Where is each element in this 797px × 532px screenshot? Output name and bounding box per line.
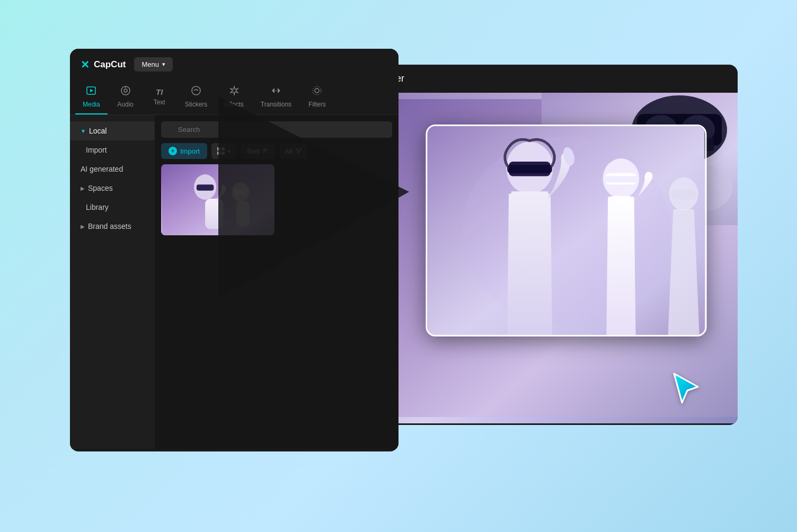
svg-rect-23	[234, 190, 247, 194]
import-label: Import	[180, 147, 200, 155]
sidebar-item-import[interactable]: Import	[70, 140, 155, 159]
effects-tab-label: Effects	[224, 101, 243, 108]
sidebar-item-library[interactable]: Library	[70, 198, 155, 217]
tab-text[interactable]: TI Text	[144, 82, 175, 112]
logo-area: ✕ CapCut	[81, 58, 126, 71]
svg-point-7	[315, 88, 319, 93]
tab-stickers[interactable]: Stickers	[178, 80, 215, 114]
sidebar-item-local[interactable]: ▼ Local	[70, 121, 155, 140]
fg-vr-people-image	[426, 125, 707, 336]
cursor-arrow	[669, 368, 706, 407]
import-plus-icon: +	[169, 147, 177, 155]
player-panel: Player	[367, 65, 738, 425]
player-title: Player	[367, 65, 738, 93]
media-toolbar: + Import ▾ Sort	[161, 143, 392, 159]
svg-rect-13	[217, 152, 220, 155]
sort-label: Sort	[247, 147, 260, 155]
svg-point-5	[192, 86, 200, 95]
sidebar-import-label: Import	[86, 146, 107, 154]
audio-tab-label: Audio	[117, 101, 134, 108]
text-tab-label: Text	[154, 99, 165, 106]
tab-effects[interactable]: Effects	[217, 80, 251, 114]
svg-rect-21	[205, 199, 223, 229]
editor-body: ▼ Local Import AI generated ▶ Spaces Lib…	[70, 115, 398, 449]
tab-media[interactable]: Media	[75, 80, 108, 114]
vr-thumbnail-image	[161, 164, 274, 235]
svg-marker-46	[674, 374, 698, 403]
svg-rect-39	[507, 165, 552, 173]
import-button[interactable]: + Import	[161, 143, 207, 159]
sidebar-item-ai[interactable]: AI generated	[70, 159, 155, 179]
sidebar: ▼ Local Import AI generated ▶ Spaces Lib…	[70, 115, 155, 449]
search-wrapper	[161, 121, 392, 138]
sidebar-item-spaces[interactable]: ▶ Spaces	[70, 179, 155, 198]
tab-audio[interactable]: Audio	[110, 80, 141, 114]
sidebar-library-label: Library	[86, 203, 109, 211]
svg-point-3	[124, 89, 127, 92]
sidebar-item-brand-assets[interactable]: ▶ Brand assets	[70, 217, 155, 236]
sidebar-spaces-label: Spaces	[88, 184, 113, 192]
svg-rect-24	[236, 201, 250, 227]
svg-rect-14	[222, 152, 225, 155]
top-bar: ✕ CapCut Menu	[70, 49, 398, 80]
media-thumb-1[interactable]	[161, 164, 274, 235]
all-label: All	[285, 147, 293, 155]
filters-tab-label: Filters	[308, 101, 326, 108]
tab-filters[interactable]: Filters	[301, 80, 333, 114]
svg-rect-45	[671, 190, 696, 199]
spaces-arrow-icon: ▶	[81, 185, 85, 191]
tab-transitions[interactable]: Transitions	[253, 80, 299, 114]
stickers-icon	[191, 85, 201, 99]
media-icon	[86, 85, 96, 99]
editor-panel: ✕ CapCut Menu Media	[70, 49, 398, 451]
effects-icon	[229, 85, 240, 99]
text-icon: TI	[156, 87, 163, 96]
svg-rect-43	[604, 176, 637, 183]
sidebar-brand-assets-label: Brand assets	[88, 222, 131, 230]
grid-toggle-button[interactable]: ▾	[211, 143, 236, 159]
svg-point-8	[313, 86, 321, 95]
app-container: ✕ CapCut Menu Media	[49, 33, 748, 499]
app-name: CapCut	[94, 59, 126, 70]
search-input[interactable]	[161, 121, 392, 138]
svg-rect-12	[222, 147, 225, 150]
transitions-icon	[271, 85, 281, 99]
audio-icon	[120, 85, 131, 99]
player-content	[367, 93, 738, 423]
media-tab-label: Media	[83, 101, 100, 108]
filters-icon	[312, 85, 322, 99]
sidebar-local-label: Local	[89, 127, 107, 135]
grid-toggle-chevron-icon: ▾	[227, 147, 231, 155]
menu-button[interactable]: Menu	[134, 57, 173, 72]
svg-rect-20	[197, 184, 214, 190]
tool-tabs-bar: Media Audio TI Text	[70, 80, 398, 115]
all-filter-button[interactable]: All	[280, 144, 307, 159]
content-area: + Import ▾ Sort	[155, 115, 398, 449]
brand-assets-arrow-icon: ▶	[81, 224, 85, 229]
svg-rect-11	[217, 147, 220, 150]
transitions-tab-label: Transitions	[261, 101, 291, 108]
svg-marker-1	[90, 89, 93, 92]
sidebar-ai-label: AI generated	[81, 165, 123, 173]
sort-button[interactable]: Sort	[241, 144, 276, 159]
stickers-tab-label: Stickers	[185, 101, 208, 108]
media-grid	[161, 164, 392, 235]
local-arrow-icon: ▼	[81, 128, 86, 134]
capcut-logo-icon: ✕	[81, 58, 90, 71]
